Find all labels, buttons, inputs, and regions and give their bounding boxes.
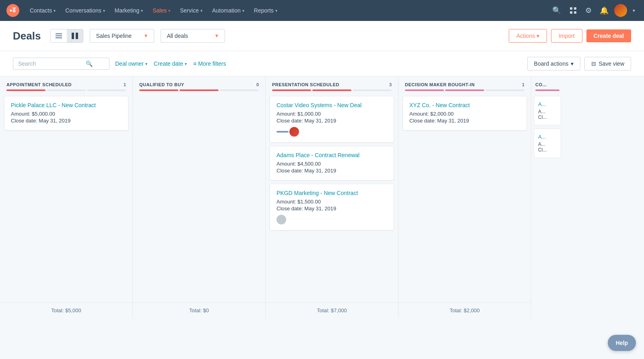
deal-date-card-4: Close date: May 31, 2019 [277, 205, 387, 212]
deal-avatar-gray-card-4 [277, 215, 286, 224]
conversations-chevron: ▾ [103, 8, 105, 13]
actions-button[interactable]: Actions ▾ [509, 29, 547, 43]
col-header-appointment-scheduled: Appointment Scheduled1 [0, 77, 132, 96]
svg-rect-2 [570, 7, 572, 10]
deal-card-card-3[interactable]: Adams Place - Contract RenewalAmount: $4… [270, 146, 394, 181]
pipeline-chevron: ▼ [144, 33, 149, 39]
board-column-appointment-scheduled: Appointment Scheduled1Pickle Palace LLC … [0, 77, 133, 318]
deal-title-card-4[interactable]: PKGD Marketing - New Contract [277, 190, 387, 196]
nav-sales[interactable]: Sales ▾ [149, 5, 174, 16]
notifications-icon-button[interactable]: 🔔 [597, 4, 611, 17]
board-actions-chevron: ▾ [571, 60, 574, 67]
top-navigation: Contacts ▾ Conversations ▾ Marketing ▾ S… [0, 0, 644, 21]
deal-owner-chevron: ▾ [145, 62, 147, 66]
svg-rect-7 [56, 35, 62, 36]
avatar-image [614, 4, 627, 17]
deal-avatar-row-card-4 [277, 215, 387, 224]
nav-right-area: 🔍 ⚙ 🔔 ▾ [550, 4, 638, 17]
settings-icon-button[interactable]: ⚙ [583, 4, 594, 17]
col-total-appointment-scheduled: Total: $5,000 [0, 302, 132, 318]
nav-contacts[interactable]: Contacts ▾ [26, 5, 60, 16]
col-cards-qualified-to-buy [133, 96, 265, 302]
nav-service[interactable]: Service ▾ [176, 5, 206, 16]
search-box[interactable]: 🔍 [13, 58, 109, 70]
nav-automation[interactable]: Automation ▾ [208, 5, 248, 16]
board-column-decision-maker-bought-in: Decision Maker Bought-In1XYZ Co. - New C… [398, 77, 531, 318]
col-header-decision-maker-bought-in: Decision Maker Bought-In1 [398, 77, 531, 96]
hubspot-logo[interactable] [6, 4, 19, 17]
nav-marketing[interactable]: Marketing ▾ [111, 5, 147, 16]
col-total-qualified-to-buy: Total: $0 [133, 302, 265, 318]
reports-chevron: ▾ [275, 8, 277, 13]
header-right: Actions ▾ Import Create deal [509, 29, 631, 43]
filter-selector[interactable]: All deals ▼ [161, 29, 225, 43]
deal-card-card-5[interactable]: XYZ Co. - New ContractAmount: $2,000.00C… [402, 96, 527, 131]
board-column-qualified-to-buy: Qualified to Buy0Total: $0 [133, 77, 266, 318]
deal-date-card-1: Close date: May 31, 2019 [11, 118, 122, 124]
deal-card-card-1[interactable]: Pickle Palace LLC - New ContractAmount: … [4, 96, 128, 131]
partial-card-pcard-2[interactable]: A...A...Cl... [534, 129, 561, 158]
page-title: Deals [13, 30, 41, 42]
col-count-appointment-scheduled: 1 [124, 82, 126, 87]
col-total-presentation-scheduled: Total: $7,000 [266, 302, 398, 318]
col-total-decision-maker-bought-in: Total: $2,000 [398, 302, 531, 318]
col-title-qualified-to-buy: Qualified to Buy [139, 82, 184, 87]
deal-card-card-2[interactable]: Costar Video Systems - New DealAmount: $… [270, 96, 394, 143]
col-count-decision-maker-bought-in: 1 [522, 82, 524, 87]
svg-rect-9 [72, 33, 74, 39]
nav-conversations[interactable]: Conversations ▾ [61, 5, 109, 16]
page-header: Deals Sales Pipeline ▼ All deals ▼ A [0, 21, 644, 51]
svg-rect-5 [574, 11, 576, 14]
board-view-button[interactable] [67, 29, 83, 42]
deal-owner-filter[interactable]: Deal owner ▾ [114, 58, 148, 69]
svg-rect-8 [56, 37, 62, 38]
deal-date-card-3: Close date: May 31, 2019 [277, 168, 387, 174]
deal-avatar-lines-card-2 [277, 131, 289, 133]
pipeline-selector[interactable]: Sales Pipeline ▼ [90, 29, 154, 43]
deal-title-card-1[interactable]: Pickle Palace LLC - New Contract [11, 102, 122, 108]
deal-amount-card-4: Amount: $1,500.00 [277, 199, 387, 205]
deal-date-card-2: Close date: May 31, 2019 [277, 118, 387, 124]
create-date-filter[interactable]: Create date ▾ [153, 58, 188, 69]
partial-card-pcard-1[interactable]: A...A...Cl... [534, 96, 561, 125]
search-icon: 🔍 [86, 60, 93, 67]
help-button[interactable]: Help [608, 335, 636, 351]
view-toggle [50, 29, 83, 43]
page-content: Deals Sales Pipeline ▼ All deals ▼ A [0, 21, 644, 359]
col-cards-presentation-scheduled: Costar Video Systems - New DealAmount: $… [266, 96, 398, 302]
nav-reports[interactable]: Reports ▾ [250, 5, 281, 16]
col-cards-appointment-scheduled: Pickle Palace LLC - New ContractAmount: … [0, 96, 132, 302]
filter-right-actions: Board actions ▾ ⊟ Save view [527, 57, 631, 71]
more-filters-button[interactable]: ≡ More filters [192, 58, 227, 69]
deal-title-card-2[interactable]: Costar Video Systems - New Deal [277, 102, 387, 108]
save-view-button[interactable]: ⊟ Save view [584, 57, 631, 71]
board-actions-button[interactable]: Board actions ▾ [527, 57, 581, 71]
deal-title-card-3[interactable]: Adams Place - Contract Renewal [277, 152, 387, 158]
create-date-chevron: ▾ [185, 62, 187, 66]
col-title-appointment-scheduled: Appointment Scheduled [6, 82, 72, 87]
create-deal-button[interactable]: Create deal [586, 29, 631, 42]
search-icon-button[interactable]: 🔍 [550, 4, 564, 17]
account-chevron[interactable]: ▾ [630, 6, 638, 16]
deal-avatar-row-card-2 [277, 127, 387, 137]
deal-card-card-4[interactable]: PKGD Marketing - New ContractAmount: $1,… [270, 184, 394, 230]
sales-chevron: ▾ [168, 8, 170, 13]
deal-amount-card-5: Amount: $2,000.00 [409, 111, 520, 117]
col-cards-decision-maker-bought-in: XYZ Co. - New ContractAmount: $2,000.00C… [398, 96, 531, 302]
filter-chevron: ▼ [215, 33, 219, 39]
deal-title-card-5[interactable]: XYZ Co. - New Contract [409, 102, 520, 108]
search-input[interactable] [18, 60, 83, 67]
board-column-partial: CO...A...A...Cl...A...A...Cl... [531, 77, 564, 318]
col-count-qualified-to-buy: 0 [256, 82, 259, 87]
list-view-button[interactable] [51, 29, 67, 42]
marketing-chevron: ▾ [141, 8, 143, 13]
col-header-qualified-to-buy: Qualified to Buy0 [133, 77, 265, 96]
marketplace-icon-button[interactable] [567, 4, 580, 17]
deal-amount-card-1: Amount: $5,000.00 [11, 111, 122, 117]
user-avatar[interactable] [614, 4, 627, 17]
col-header-presentation-scheduled: Presentation Scheduled3 [266, 77, 398, 96]
col-title-presentation-scheduled: Presentation Scheduled [272, 82, 339, 87]
col-title-decision-maker-bought-in: Decision Maker Bought-In [405, 82, 475, 87]
svg-rect-6 [56, 33, 62, 34]
import-button[interactable]: Import [551, 29, 582, 43]
